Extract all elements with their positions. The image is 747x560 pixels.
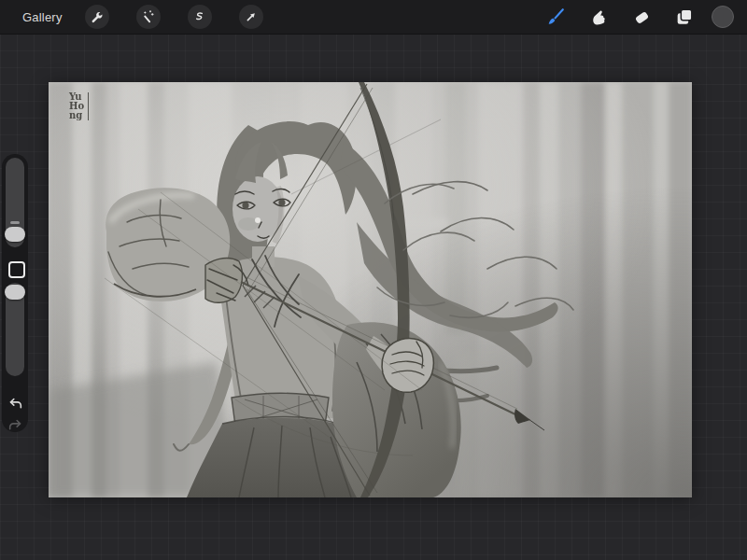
redo-icon <box>7 418 23 432</box>
redo-button[interactable] <box>7 416 23 433</box>
smudge-button[interactable] <box>583 0 614 34</box>
wrench-icon <box>90 10 104 24</box>
procreate-workspace: Gallery <box>0 0 747 560</box>
slider-tick <box>10 221 20 224</box>
modify-button[interactable] <box>8 261 25 278</box>
brush-button[interactable] <box>540 0 571 34</box>
undo-icon <box>7 397 23 411</box>
drawing-canvas[interactable]: Yu Ho ng <box>49 82 692 497</box>
color-swatch[interactable] <box>712 6 734 28</box>
magic-wand-icon <box>141 10 155 24</box>
selection-button[interactable] <box>188 5 212 29</box>
layers-icon <box>674 7 695 27</box>
brush-sidebar <box>2 154 28 432</box>
eraser-icon <box>632 7 652 27</box>
layers-button[interactable] <box>669 0 700 34</box>
gallery-button[interactable]: Gallery <box>22 10 63 24</box>
eraser-button[interactable] <box>626 0 657 34</box>
signature-line: ng <box>69 111 84 121</box>
adjustments-button[interactable] <box>136 5 161 29</box>
transform-button[interactable] <box>239 5 263 29</box>
undo-button[interactable] <box>7 395 23 412</box>
move-arrow-icon <box>244 10 258 24</box>
opacity-thumb[interactable] <box>5 285 25 300</box>
artist-signature: Yu Ho ng <box>69 92 89 120</box>
brush-size-thumb[interactable] <box>5 227 25 242</box>
smudge-finger-icon <box>589 7 609 27</box>
top-toolbar: Gallery <box>0 0 747 35</box>
selection-s-icon <box>192 10 206 24</box>
paint-tools-group <box>540 0 747 34</box>
artwork-sketch <box>49 82 692 497</box>
actions-button[interactable] <box>85 5 109 29</box>
brush-icon <box>545 7 566 27</box>
